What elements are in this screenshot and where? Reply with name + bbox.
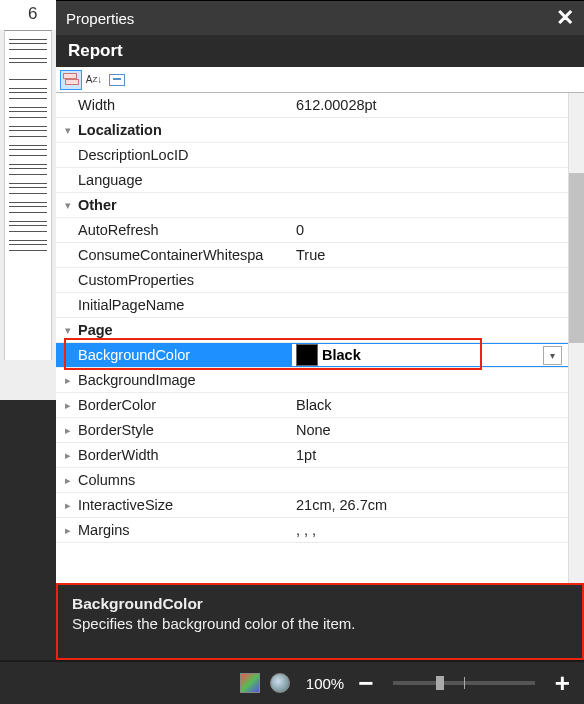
- property-row[interactable]: InitialPageName: [56, 293, 568, 318]
- property-name: BackgroundColor: [74, 347, 292, 363]
- property-value[interactable]: True: [292, 247, 568, 263]
- color-swatch: [296, 344, 318, 366]
- panel-titlebar[interactable]: Properties ✕: [56, 1, 584, 35]
- property-name: Columns: [74, 472, 292, 488]
- description-text: Specifies the background color of the it…: [72, 615, 568, 632]
- description-title: BackgroundColor: [72, 595, 568, 613]
- property-pages-button[interactable]: [106, 70, 128, 90]
- chevron-down-icon[interactable]: ▾: [56, 199, 74, 212]
- property-name: CustomProperties: [74, 272, 292, 288]
- document-slice: [4, 30, 52, 360]
- property-name: Page: [74, 322, 292, 338]
- chevron-right-icon[interactable]: ▸: [56, 449, 74, 462]
- panel-title-label: Properties: [66, 10, 134, 27]
- properties-toolbar: AZ↓: [56, 67, 584, 93]
- property-value[interactable]: Black: [292, 397, 568, 413]
- property-name: Margins: [74, 522, 292, 538]
- categorized-button[interactable]: [60, 70, 82, 90]
- property-name: InitialPageName: [74, 297, 292, 313]
- properties-panel: Properties ✕ Report AZ↓ Width612.00028pt…: [56, 0, 584, 660]
- chevron-right-icon[interactable]: ▸: [56, 474, 74, 487]
- property-name: ConsumeContainerWhitespa: [74, 247, 292, 263]
- property-name: BorderWidth: [74, 447, 292, 463]
- property-row[interactable]: ▸BorderWidth1pt: [56, 443, 568, 468]
- document-preview-strip: 6: [0, 0, 56, 704]
- close-icon[interactable]: ✕: [556, 5, 574, 31]
- object-selector[interactable]: Report: [56, 35, 584, 67]
- property-category[interactable]: ▾Page: [56, 318, 568, 343]
- property-value[interactable]: 21cm, 26.7cm: [292, 497, 568, 513]
- property-row[interactable]: ▸BorderStyleNone: [56, 418, 568, 443]
- property-value-text: True: [296, 247, 325, 263]
- property-name: InteractiveSize: [74, 497, 292, 513]
- property-name: Other: [74, 197, 292, 213]
- zoom-in-button[interactable]: +: [551, 674, 574, 692]
- property-value-text: 0: [296, 222, 304, 238]
- property-row[interactable]: ▸BackgroundImage: [56, 368, 568, 393]
- vertical-scrollbar[interactable]: [568, 93, 584, 583]
- property-value-text: Black: [296, 397, 331, 413]
- scrollbar-thumb[interactable]: [569, 173, 584, 343]
- chevron-down-icon[interactable]: ▾: [56, 124, 74, 137]
- chevron-right-icon[interactable]: ▸: [56, 399, 74, 412]
- chevron-down-icon[interactable]: ▾: [543, 346, 562, 365]
- property-value-text: , , ,: [296, 522, 316, 538]
- property-value[interactable]: 1pt: [292, 447, 568, 463]
- property-row[interactable]: Width612.00028pt: [56, 93, 568, 118]
- property-row[interactable]: BackgroundColor▾Black: [56, 343, 568, 368]
- property-category[interactable]: ▾Other: [56, 193, 568, 218]
- chevron-right-icon[interactable]: ▸: [56, 499, 74, 512]
- property-row[interactable]: Language: [56, 168, 568, 193]
- alphabetical-button[interactable]: AZ↓: [83, 70, 105, 90]
- color-mode-icon[interactable]: [240, 673, 260, 693]
- property-name: AutoRefresh: [74, 222, 292, 238]
- description-pane: BackgroundColor Specifies the background…: [56, 583, 584, 660]
- zoom-out-button[interactable]: −: [354, 674, 377, 692]
- property-name: Width: [74, 97, 292, 113]
- object-selector-label: Report: [68, 41, 123, 61]
- property-value-text: 612.00028pt: [296, 97, 377, 113]
- property-name: BackgroundImage: [74, 372, 292, 388]
- property-value-text: 21cm, 26.7cm: [296, 497, 387, 513]
- property-name: BorderColor: [74, 397, 292, 413]
- property-value[interactable]: 612.00028pt: [292, 97, 568, 113]
- status-bar: 100% − +: [0, 660, 584, 704]
- property-row[interactable]: ▸BorderColorBlack: [56, 393, 568, 418]
- property-row[interactable]: CustomProperties: [56, 268, 568, 293]
- property-row[interactable]: ▸Margins, , ,: [56, 518, 568, 543]
- property-row[interactable]: AutoRefresh0: [56, 218, 568, 243]
- ruler-tick: 6: [28, 4, 37, 24]
- property-grid-wrap: Width612.00028pt▾LocalizationDescription…: [56, 93, 584, 583]
- property-category[interactable]: ▾Localization: [56, 118, 568, 143]
- property-value-text: 1pt: [296, 447, 316, 463]
- zoom-control: − +: [354, 674, 574, 692]
- property-value[interactable]: 0: [292, 222, 568, 238]
- zoom-slider[interactable]: [393, 681, 534, 685]
- property-name: Language: [74, 172, 292, 188]
- property-value-text: Black: [322, 347, 361, 363]
- chevron-right-icon[interactable]: ▸: [56, 524, 74, 537]
- zoom-slider-thumb[interactable]: [436, 676, 444, 690]
- zoom-label: 100%: [306, 675, 344, 692]
- chevron-down-icon[interactable]: ▾: [56, 324, 74, 337]
- property-name: Localization: [74, 122, 292, 138]
- property-row[interactable]: ▸InteractiveSize21cm, 26.7cm: [56, 493, 568, 518]
- property-row[interactable]: DescriptionLocID: [56, 143, 568, 168]
- property-value[interactable]: Black: [292, 344, 568, 366]
- property-name: DescriptionLocID: [74, 147, 292, 163]
- chevron-right-icon[interactable]: ▸: [56, 374, 74, 387]
- chevron-right-icon[interactable]: ▸: [56, 424, 74, 437]
- property-value[interactable]: , , ,: [292, 522, 568, 538]
- property-value-text: None: [296, 422, 331, 438]
- ruler: 6: [0, 0, 56, 30]
- property-name: BorderStyle: [74, 422, 292, 438]
- property-row[interactable]: ▸Columns: [56, 468, 568, 493]
- property-row[interactable]: ConsumeContainerWhitespaTrue: [56, 243, 568, 268]
- globe-icon[interactable]: [270, 673, 290, 693]
- property-value[interactable]: None: [292, 422, 568, 438]
- property-grid[interactable]: Width612.00028pt▾LocalizationDescription…: [56, 93, 568, 583]
